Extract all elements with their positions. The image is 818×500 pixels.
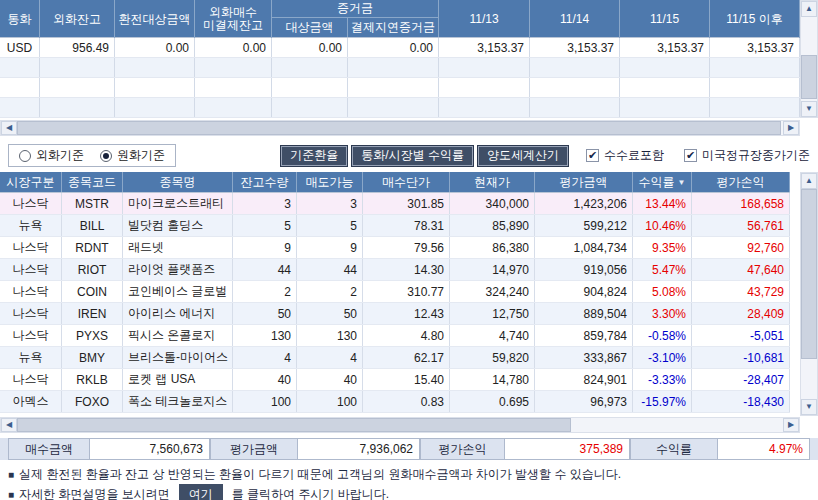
scroll-left-icon[interactable]: ◀	[1, 121, 17, 135]
cell-name: 픽시스 온콜로지	[123, 325, 233, 346]
scroll-up-icon[interactable]: ▲	[801, 173, 817, 189]
cell-market: 나스닥	[0, 237, 62, 258]
summary-buy-amount: 7,560,673	[90, 438, 210, 460]
position-row[interactable]: 나스닥 RKLB 로켓 랩 USA 40 40 15.40 14,780 824…	[0, 369, 790, 391]
cell-qty: 100	[233, 391, 297, 412]
checkbox-icon: ✔	[684, 149, 697, 162]
cell-rate: -15.97%	[633, 391, 692, 412]
cell-eval-amt: 1,084,734	[535, 237, 633, 258]
col-header-fx-balance[interactable]: 외화잔고	[40, 0, 115, 38]
per-market-return-button[interactable]: 통화/시장별 수익률	[352, 146, 473, 166]
hscroll-thumb[interactable]	[17, 121, 781, 135]
currency-balance-table: 통화 외화잔고 환전대상금액 외화매수 미결제잔고 증거금 대상금액 결제지연증…	[0, 0, 800, 118]
position-row[interactable]: 뉴욕 BILL 빌닷컴 홀딩스 5 5 78.31 85,890 599,212…	[0, 215, 790, 237]
vscroll-thumb[interactable]	[801, 189, 817, 359]
foreign-stock-balance-screen: 통화 외화잔고 환전대상금액 외화매수 미결제잔고 증거금 대상금액 결제지연증…	[0, 0, 818, 500]
cell-avg-price: 15.40	[363, 369, 450, 390]
help-note: ■ 자세한 화면설명을 보시려면 여기 를 클릭하여 주시기 바랍니다.	[8, 484, 389, 500]
transfer-tax-calculator-button[interactable]: 양도세계산기	[478, 146, 568, 166]
col-header-unsettled[interactable]: 외화매수 미결제잔고	[195, 0, 272, 38]
position-row[interactable]: 아멕스 FOXO 폭소 테크놀로지스 100 100 0.83 0.695 96…	[0, 391, 790, 413]
scroll-down-icon[interactable]: ▼	[801, 399, 817, 415]
col-header-margin-target[interactable]: 대상금액	[272, 18, 348, 37]
cell-cur-price: 86,380	[450, 237, 535, 258]
scroll-up-icon[interactable]: ▲	[801, 1, 817, 17]
cell-rate: -0.58%	[633, 325, 692, 346]
cell-market: 뉴욕	[0, 215, 62, 236]
cell-pl: 168,658	[692, 193, 790, 214]
currency-row-usd[interactable]: USD 956.49 0.00 0.00 0.00 0.00 3,153.37 …	[0, 38, 800, 58]
cell-code: COIN	[62, 281, 123, 302]
col-header-date-1113[interactable]: 11/13	[439, 0, 530, 38]
scroll-right-icon[interactable]: ▶	[783, 121, 799, 135]
cell-code: MSTR	[62, 193, 123, 214]
krw-basis-radio[interactable]: 원화기준	[100, 147, 165, 164]
position-row[interactable]: 나스닥 RDNT 래드넷 9 9 79.56 86,380 1,084,734 …	[0, 237, 790, 259]
fee-checkbox[interactable]: ✔ 수수료포함	[586, 147, 664, 164]
position-row[interactable]: 뉴욕 BMY 브리스톨-마이어스 4 4 62.17 59,820 333,86…	[0, 347, 790, 369]
col-header-qty[interactable]: 잔고수량	[233, 172, 297, 192]
positions-table-body: 나스닥 MSTR 마이크로스트래티 3 3 301.85 340,000 1,4…	[0, 193, 790, 413]
summary-rate-label: 수익률	[630, 438, 718, 460]
fx-basis-radio[interactable]: 외화기준	[19, 147, 84, 164]
col-header-exchange-target[interactable]: 환전대상금액	[115, 0, 195, 38]
position-row[interactable]: 나스닥 MSTR 마이크로스트래티 3 3 301.85 340,000 1,4…	[0, 193, 790, 215]
cell-margin-target: 0.00	[272, 38, 348, 57]
col-header-pl[interactable]: 평가손익	[692, 172, 790, 192]
hscroll-thumb[interactable]	[17, 418, 571, 432]
col-header-code[interactable]: 종목코드	[62, 172, 123, 192]
cell-qty: 3	[233, 193, 297, 214]
base-exchange-rate-button[interactable]: 기준환율	[281, 146, 347, 166]
position-row[interactable]: 나스닥 PYXS 픽시스 온콜로지 130 130 4.80 4,740 859…	[0, 325, 790, 347]
cell-sellable: 130	[297, 325, 363, 346]
col-header-date-1115[interactable]: 11/15	[620, 0, 710, 38]
cell-avg-price: 79.56	[363, 237, 450, 258]
position-row[interactable]: 나스닥 IREN 아이리스 에너지 50 50 12.43 12,750 889…	[0, 303, 790, 325]
cell-name: 라이엇 플랫폼즈	[123, 259, 233, 280]
col-header-rate[interactable]: 수익률 ▼	[633, 172, 692, 192]
disclaimer-note: ■ 실제 환전된 환율과 잔고 상 반영되는 환율이 다르기 때문에 고객님의 …	[8, 466, 621, 483]
cell-eval-amt: 859,784	[535, 325, 633, 346]
cell-qty: 44	[233, 259, 297, 280]
currency-table-vscrollbar[interactable]: ▲ ▼	[800, 0, 818, 118]
col-header-eval-amt[interactable]: 평가금액	[535, 172, 633, 192]
cell-eval-amt: 96,973	[535, 391, 633, 412]
cell-rate: 3.30%	[633, 303, 692, 324]
position-row[interactable]: 나스닥 RIOT 라이엇 플랫폼즈 44 44 14.30 14,970 919…	[0, 259, 790, 281]
cell-code: IREN	[62, 303, 123, 324]
cell-name: 아이리스 에너지	[123, 303, 233, 324]
cell-avg-price: 4.80	[363, 325, 450, 346]
col-header-cur-price[interactable]: 현재가	[450, 172, 535, 192]
scroll-left-icon[interactable]: ◀	[1, 418, 17, 432]
currency-empty-row	[0, 58, 800, 78]
cell-code: RIOT	[62, 259, 123, 280]
currency-table-hscrollbar[interactable]: ◀ ▶	[0, 120, 800, 136]
cell-eval-amt: 824,901	[535, 369, 633, 390]
col-header-sellable[interactable]: 매도가능	[297, 172, 363, 192]
col-header-name[interactable]: 종목명	[123, 172, 233, 192]
col-header-date-1114[interactable]: 11/14	[530, 0, 620, 38]
cell-name: 빌닷컴 홀딩스	[123, 215, 233, 236]
currency-empty-row	[0, 98, 800, 118]
cell-eval-amt: 599,212	[535, 215, 633, 236]
col-header-market[interactable]: 시장구분	[0, 172, 62, 192]
col-header-date-after[interactable]: 11/15 이후	[710, 0, 800, 38]
positions-table-vscrollbar[interactable]: ▲ ▼	[800, 172, 818, 416]
col-header-margin-delay[interactable]: 결제지연증거금	[348, 18, 439, 37]
vscroll-thumb[interactable]	[801, 55, 817, 99]
position-row[interactable]: 나스닥 COIN 코인베이스 글로벌 2 2 310.77 324,240 90…	[0, 281, 790, 303]
cell-sellable: 9	[297, 237, 363, 258]
col-header-avg-price[interactable]: 매수단가	[363, 172, 450, 192]
positions-table-hscrollbar[interactable]: ◀ ▶	[0, 417, 800, 433]
cell-avg-price: 14.30	[363, 259, 450, 280]
col-header-currency[interactable]: 통화	[0, 0, 40, 38]
cell-name: 브리스톨-마이어스	[123, 347, 233, 368]
cell-pl: 56,761	[692, 215, 790, 236]
us-close-checkbox[interactable]: ✔ 미국정규장종가기준	[684, 147, 810, 164]
scroll-down-icon[interactable]: ▼	[801, 101, 817, 117]
here-button[interactable]: 여기	[179, 484, 223, 500]
cell-market: 나스닥	[0, 193, 62, 214]
cell-code: BILL	[62, 215, 123, 236]
cell-sellable: 5	[297, 215, 363, 236]
scroll-right-icon[interactable]: ▶	[783, 418, 799, 432]
